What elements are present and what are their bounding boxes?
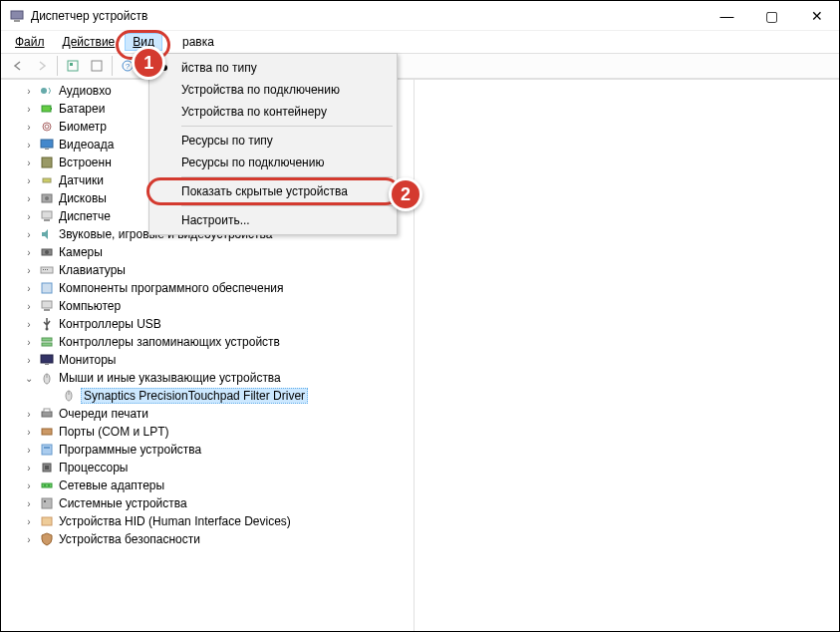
close-button[interactable]: ✕: [794, 1, 839, 31]
expand-icon[interactable]: ›: [23, 140, 35, 151]
menu-help[interactable]: равка: [174, 33, 222, 51]
svg-rect-0: [11, 11, 23, 19]
menu-action[interactable]: Действие: [55, 33, 124, 51]
device-manager-window: Диспетчер устройств — ▢ ✕ Файл Действие …: [1, 1, 839, 631]
tree-node-label: Диспетче: [59, 209, 111, 223]
toolbar-separator: [112, 56, 113, 76]
menu-file[interactable]: Файл: [7, 33, 53, 51]
menu-item-show-hidden[interactable]: Показать скрытые устройства 2: [151, 180, 395, 202]
tree-node[interactable]: ›Контроллеры USB: [1, 315, 414, 333]
tree-node-label: Датчики: [59, 173, 104, 187]
menu-separator: [181, 126, 393, 127]
mouse-icon: [39, 370, 55, 386]
minimize-button[interactable]: —: [704, 1, 749, 31]
expand-icon[interactable]: ›: [23, 445, 35, 456]
titlebar: Диспетчер устройств — ▢ ✕: [1, 1, 839, 31]
expand-icon[interactable]: ›: [23, 211, 35, 222]
expand-icon[interactable]: ›: [23, 301, 35, 312]
tree-node-label: Аудиовхо: [59, 84, 112, 98]
expand-icon[interactable]: ›: [23, 247, 35, 258]
expand-icon[interactable]: ›: [23, 86, 35, 97]
svg-rect-32: [41, 355, 53, 363]
svg-rect-25: [47, 269, 48, 270]
software-icon: [39, 280, 55, 296]
expand-icon[interactable]: ›: [23, 158, 35, 168]
svg-rect-49: [44, 500, 46, 502]
tree-node[interactable]: ›Системные устройства: [1, 494, 414, 512]
menu-item-res-type[interactable]: Ресурсы по типу: [151, 130, 395, 152]
tree-node-label: Биометр: [59, 120, 107, 134]
menu-item-by-type[interactable]: йства по типу: [151, 57, 395, 79]
tree-node[interactable]: ›Сетевые адаптеры: [1, 476, 414, 494]
expand-icon[interactable]: ›: [23, 283, 35, 294]
menu-item-res-conn[interactable]: Ресурсы по подключению: [151, 152, 395, 173]
tree-node[interactable]: ⌄Мыши и иные указывающие устройства: [1, 369, 414, 387]
svg-point-17: [45, 196, 49, 200]
window-controls: — ▢ ✕: [704, 1, 839, 31]
svg-rect-14: [42, 158, 52, 167]
content-area: ›Аудиовхо›Батареи›Биометр›Видеоада›Встро…: [1, 79, 839, 631]
collapse-icon[interactable]: ⌄: [23, 373, 35, 384]
maximize-button[interactable]: ▢: [749, 1, 794, 31]
expand-icon[interactable]: ›: [23, 498, 35, 509]
usb-icon: [39, 316, 55, 332]
svg-point-29: [46, 328, 49, 331]
expand-icon[interactable]: ›: [23, 229, 35, 240]
svg-point-21: [45, 250, 49, 254]
tree-node[interactable]: ›Контроллеры запоминающих устройств: [1, 333, 414, 351]
tree-child-node[interactable]: Synaptics PrecisionTouchpad Filter Drive…: [1, 387, 414, 405]
expand-icon[interactable]: ›: [23, 337, 35, 348]
expand-icon[interactable]: ›: [23, 480, 35, 491]
tree-node[interactable]: ›Компоненты программного обеспечения: [1, 279, 414, 297]
expand-icon[interactable]: ›: [23, 409, 35, 420]
svg-rect-3: [70, 63, 73, 66]
svg-rect-39: [44, 409, 50, 412]
expand-icon[interactable]: ›: [23, 122, 35, 133]
tree-node[interactable]: ›Компьютер: [1, 297, 414, 315]
expand-icon[interactable]: ›: [23, 463, 35, 474]
expand-icon[interactable]: ›: [23, 193, 35, 204]
tree-node[interactable]: ›Клавиатуры: [1, 261, 414, 279]
window-title: Диспетчер устройств: [31, 9, 147, 23]
tree-node[interactable]: ›Устройства безопасности: [1, 530, 414, 548]
expand-icon[interactable]: ›: [23, 175, 35, 186]
svg-rect-33: [45, 364, 49, 365]
sensor-icon: [39, 172, 55, 188]
expand-icon[interactable]: ›: [23, 265, 35, 276]
forward-button[interactable]: [31, 55, 53, 77]
expand-icon[interactable]: ›: [23, 427, 35, 438]
tree-node[interactable]: ›Процессоры: [1, 459, 414, 476]
tree-node-label: Контроллеры USB: [59, 317, 161, 331]
menu-item-by-connection[interactable]: Устройства по подключению: [151, 79, 395, 101]
expand-icon[interactable]: ›: [23, 516, 35, 527]
toolbar-icon[interactable]: [86, 55, 108, 77]
menubar: Файл Действие Вид 1 равка йства по типу …: [1, 31, 839, 53]
expand-icon[interactable]: ›: [23, 319, 35, 330]
expand-icon[interactable]: ›: [23, 104, 35, 115]
svg-rect-18: [42, 211, 52, 218]
tree-node[interactable]: ›Устройства HID (Human Interface Devices…: [1, 512, 414, 530]
menu-item-by-container[interactable]: Устройства по контейнеру: [151, 101, 395, 123]
menu-item-customize[interactable]: Настроить...: [151, 209, 395, 231]
monitor-icon: [39, 352, 55, 368]
toolbar-icon[interactable]: [62, 55, 84, 77]
menu-item-label: Устройства по контейнеру: [181, 105, 327, 119]
tree-node[interactable]: ›Камеры: [1, 243, 414, 261]
tree-node[interactable]: ›Порты (COM и LPT): [1, 423, 414, 441]
svg-rect-26: [42, 283, 52, 293]
svg-rect-41: [42, 445, 52, 455]
menu-view[interactable]: Вид 1: [125, 33, 162, 51]
svg-point-11: [45, 125, 49, 129]
svg-point-7: [41, 88, 47, 94]
tree-node-label: Компоненты программного обеспечения: [59, 281, 284, 295]
hid-icon: [39, 513, 55, 529]
svg-rect-19: [44, 219, 50, 221]
tree-node[interactable]: ›Мониторы: [1, 351, 414, 369]
expand-icon[interactable]: ›: [23, 355, 35, 366]
svg-rect-38: [42, 412, 52, 417]
tree-node[interactable]: ›Программные устройства: [1, 441, 414, 459]
tree-node[interactable]: ›Очереди печати: [1, 405, 414, 423]
svg-rect-40: [42, 429, 52, 435]
expand-icon[interactable]: ›: [23, 534, 35, 545]
back-button[interactable]: [7, 55, 29, 77]
